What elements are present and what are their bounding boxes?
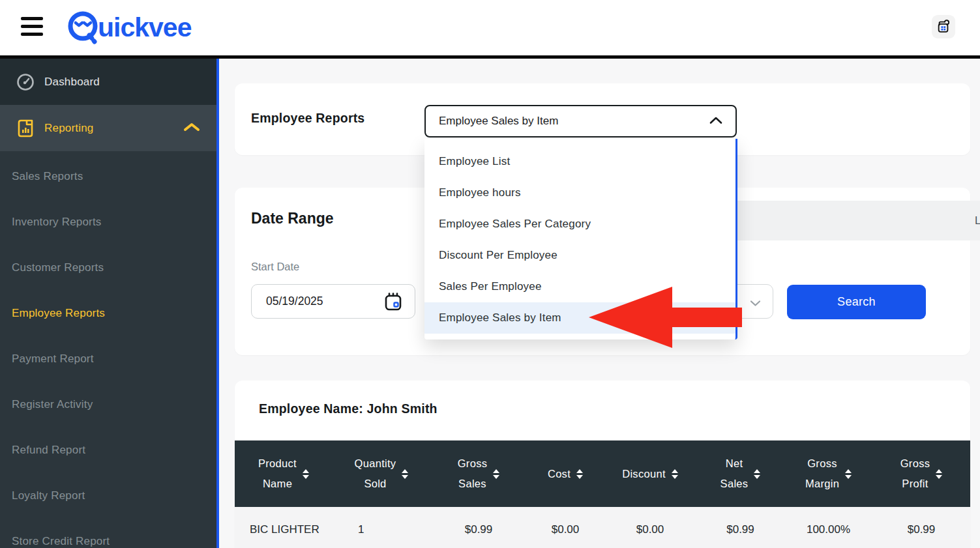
cell-gross-profit: $0.99 — [872, 523, 970, 536]
column-label: Discount — [622, 468, 666, 480]
dropdown-option-employee-hours[interactable]: Employee hours — [424, 177, 735, 209]
sort-icon[interactable] — [672, 469, 678, 479]
sidebar-item-label: Reporting — [44, 122, 94, 135]
sidebar-item-dashboard[interactable]: Dashboard — [0, 59, 216, 105]
sidebar-item-loyalty-report[interactable]: Loyalty Report — [0, 480, 216, 512]
column-header-gross-profit[interactable]: Gross Profit — [872, 440, 970, 507]
logo-text: uickvee — [98, 12, 191, 43]
calendar-icon[interactable] — [383, 292, 403, 315]
report-selector-label: Employee Reports — [251, 111, 364, 126]
column-label: Quantity — [355, 457, 396, 469]
start-date-input[interactable]: 05/19/2025 — [251, 284, 415, 319]
column-label: Sales — [458, 478, 486, 489]
quick-range-last-7-days[interactable]: Last 7 Days — [975, 214, 980, 227]
dropdown-option-discount-per-employee[interactable]: Discount Per Employee — [424, 240, 735, 271]
sort-icon[interactable] — [936, 469, 942, 479]
sidebar-item-payment-report[interactable]: Payment Report — [0, 343, 216, 375]
sidebar-item-store-credit-report[interactable]: Store Credit Report — [0, 526, 216, 548]
hamburger-menu-icon[interactable] — [21, 17, 43, 36]
sort-icon[interactable] — [754, 469, 760, 479]
sort-icon[interactable] — [576, 469, 583, 479]
column-label: Sold — [364, 478, 386, 489]
sidebar-item-reporting[interactable]: Reporting — [0, 105, 216, 151]
employee-name-title: Employee Name: John Smith — [259, 401, 438, 416]
store-switcher-button[interactable] — [932, 15, 955, 38]
employee-sales-card: Employee Name: John Smith Product Name Q… — [235, 381, 970, 548]
column-label: Profit — [902, 478, 928, 489]
search-button[interactable]: Search — [787, 285, 926, 319]
dropdown-option-employee-list[interactable]: Employee List — [424, 146, 735, 177]
start-date-value: 05/19/2025 — [266, 295, 323, 308]
sort-icon[interactable] — [493, 469, 499, 479]
start-date-label: Start Date — [251, 261, 299, 273]
table-row: BIC LIGHTER 1 $0.99 $0.00 $0.00 $0.99 10… — [235, 507, 970, 548]
column-label: Margin — [805, 478, 839, 489]
quickvee-logo: uickvee — [65, 8, 191, 46]
sidebar-item-customer-reports[interactable]: Customer Reports — [0, 252, 216, 283]
cell-discount: $0.00 — [604, 523, 696, 536]
column-label: Product — [258, 457, 297, 469]
report-type-selected-value: Employee Sales by Item — [439, 115, 558, 128]
cell-quantity-sold: 1 — [333, 523, 430, 536]
sidebar-item-inventory-reports[interactable]: Inventory Reports — [0, 207, 216, 238]
cell-net-sales: $0.99 — [696, 523, 784, 536]
dropdown-option-employee-sales-per-category[interactable]: Employee Sales Per Category — [424, 209, 735, 240]
app-root: uickvee Dashboard — [0, 0, 980, 548]
column-label: Cost — [548, 468, 571, 480]
dropdown-option-sales-per-employee[interactable]: Sales Per Employee — [424, 271, 735, 302]
sidebar-accent-line — [216, 59, 219, 548]
column-label: Gross — [900, 457, 930, 469]
cell-product-name: BIC LIGHTER — [235, 523, 333, 536]
reporting-document-icon — [16, 119, 35, 138]
cell-cost: $0.00 — [527, 523, 604, 536]
column-header-cost[interactable]: Cost — [527, 440, 604, 507]
column-header-gross-margin[interactable]: Gross Margin — [784, 440, 872, 507]
sidebar-item-sales-reports[interactable]: Sales Reports — [0, 161, 216, 192]
report-type-select[interactable]: Employee Sales by Item — [424, 105, 737, 137]
column-header-net-sales[interactable]: Net Sales — [696, 440, 784, 507]
column-header-discount[interactable]: Discount — [604, 440, 696, 507]
sort-icon[interactable] — [303, 469, 309, 479]
table-header-row: Product Name Quantity Sold Gross Sales C… — [235, 440, 970, 507]
cell-gross-sales: $0.99 — [430, 523, 527, 536]
sidebar-item-label: Dashboard — [44, 76, 100, 89]
sidebar-item-register-activity[interactable]: Register Activity — [0, 389, 216, 420]
sort-icon[interactable] — [845, 469, 852, 479]
dropdown-option-employee-sales-by-item[interactable]: Employee Sales by Item — [424, 302, 735, 334]
column-label: Net — [726, 457, 743, 469]
column-header-quantity-sold[interactable]: Quantity Sold — [333, 440, 430, 507]
sidebar-item-employee-reports[interactable]: Employee Reports — [0, 298, 216, 329]
cell-gross-margin: 100.00% — [784, 523, 872, 536]
sort-icon[interactable] — [402, 469, 408, 479]
dashboard-gauge-icon — [16, 72, 35, 92]
chevron-down-icon — [750, 298, 761, 310]
sidebar-item-refund-report[interactable]: Refund Report — [0, 435, 216, 466]
chevron-up-icon — [709, 115, 722, 127]
logo-q-icon — [65, 8, 102, 46]
column-label: Gross — [807, 457, 837, 469]
report-type-dropdown-menu: Employee List Employee hours Employee Sa… — [424, 139, 737, 339]
top-header: uickvee — [0, 0, 980, 55]
sidebar-nav: Dashboard Reporting Sales Reports Invent — [0, 59, 219, 548]
column-label: Gross — [458, 457, 488, 469]
chevron-up-icon — [183, 122, 200, 135]
date-range-title: Date Range — [251, 210, 334, 227]
store-icon — [936, 20, 951, 34]
column-label: Sales — [720, 478, 749, 489]
column-header-gross-sales[interactable]: Gross Sales — [430, 440, 527, 507]
column-header-product-name[interactable]: Product Name — [235, 440, 333, 507]
column-label: Name — [263, 478, 292, 489]
